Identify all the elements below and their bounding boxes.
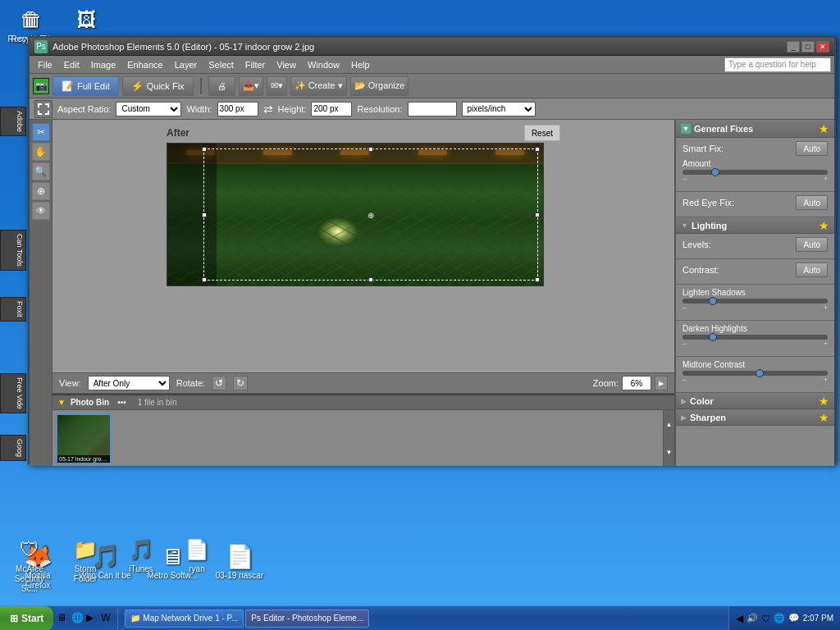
ps-menubar: File Edit Image Enhance Layer Select Fil… (30, 56, 834, 74)
sharpen-section-header[interactable]: ▶ Sharpen ★ (676, 409, 834, 426)
resolution-unit-select[interactable]: pixels/inch (462, 102, 536, 116)
aspect-ratio-select[interactable]: Custom (116, 102, 181, 116)
desktop-icon-2[interactable]: 🖼 (66, 3, 108, 38)
tool-select[interactable]: ⊕ (32, 182, 50, 200)
color-title: Color (690, 396, 714, 406)
swap-icon[interactable]: ⇄ (263, 103, 273, 116)
smart-fix-auto-button[interactable]: Auto (796, 141, 828, 156)
taskbar-icon-storm[interactable]: 📁 Storm Folder (61, 533, 110, 597)
resolution-input[interactable] (408, 102, 457, 116)
zoom-arrow-button[interactable]: ▶ (655, 376, 668, 390)
rotate-ccw-button[interactable]: ↺ (212, 376, 226, 390)
ask-placeholder: Type a question for help (728, 60, 816, 69)
email-button[interactable]: ✉▾ (267, 76, 287, 96)
menu-image[interactable]: Image (86, 58, 121, 71)
print-button[interactable]: 🖨 (208, 76, 235, 96)
zoom-area: Zoom: ▶ (593, 376, 668, 390)
levels-auto-button[interactable]: Auto (796, 237, 828, 252)
red-eye-fix-section: Red Eye Fix: Auto (676, 192, 834, 217)
crop-preview-btn[interactable] (34, 100, 52, 118)
goog-tab[interactable]: Goog (0, 435, 26, 461)
general-fixes-collapse[interactable]: ▼ (681, 124, 691, 134)
tray-icon-2[interactable]: 🛡 (761, 614, 770, 623)
minimize-button[interactable]: _ (787, 41, 800, 52)
ask-input[interactable]: Type a question for help (724, 57, 831, 72)
tray-arrow-icon[interactable]: ◀ (736, 613, 743, 624)
network-drive-icon: 📁 (130, 614, 140, 623)
desktop: 🗑 Recycle Bin 🗑 Recycle Bin 🖼 🖥 🌐 📋 (0, 0, 840, 630)
height-input[interactable] (311, 102, 352, 116)
tray-icon-3[interactable]: 🌐 (774, 613, 785, 623)
menu-filter[interactable]: Filter (240, 58, 270, 71)
maximize-button[interactable]: □ (801, 41, 815, 52)
tray-icon-1[interactable]: 🔊 (746, 613, 758, 623)
reset-button[interactable]: Reset (524, 125, 560, 141)
start-button[interactable]: ⊞ Start (0, 606, 53, 631)
thumbnail-item[interactable]: 05-17 indoor grow 2.jpg (56, 413, 112, 464)
red-eye-auto-button[interactable]: Auto (796, 195, 828, 210)
full-edit-button[interactable]: 📝 Full Edit (52, 76, 119, 96)
tool-hand[interactable]: ✋ (32, 143, 50, 161)
bin-scroll-up[interactable]: ▲ (664, 410, 674, 438)
smart-fix-slider-track[interactable] (682, 170, 828, 175)
ps-icon-camera[interactable]: 📷 (33, 78, 49, 94)
ps-canvas-image: ⊕ (167, 143, 544, 286)
taskbar-icon-itunes[interactable]: 🎵 iTunes (116, 533, 166, 597)
lighting-star: ★ (819, 219, 829, 232)
share-button[interactable]: 📤▾ (239, 76, 263, 96)
menu-help[interactable]: Help (346, 58, 375, 71)
tool-eye[interactable]: 👁 (32, 202, 50, 220)
zoom-input[interactable] (622, 376, 651, 390)
color-section-header[interactable]: ▶ Color ★ (676, 393, 834, 409)
menu-edit[interactable]: Edit (59, 58, 84, 71)
tray-icon-4[interactable]: 💬 (788, 613, 800, 623)
bin-scroll-down[interactable]: ▼ (664, 438, 674, 466)
taskbar-icon-mcafee[interactable]: 🛡 McAfee Security Sc... (5, 533, 54, 597)
tool-zoom[interactable]: 🔍 (32, 162, 50, 180)
darken-highlights-thumb[interactable] (709, 333, 717, 341)
sharpen-title: Sharpen (690, 413, 726, 422)
slider-min: – (682, 175, 687, 183)
create-button[interactable]: ✨ Create ▾ (290, 76, 347, 96)
ql-desktop-icon[interactable]: 🖥 (57, 612, 70, 625)
menu-select[interactable]: Select (203, 58, 239, 71)
general-fixes-star: ★ (819, 122, 829, 135)
adobe-tab[interactable]: Adobe (0, 107, 26, 136)
menu-window[interactable]: Window (303, 58, 345, 71)
tool-crop[interactable]: ✂ (32, 123, 50, 141)
lighten-shadows-track[interactable] (682, 299, 828, 304)
view-label: View: (59, 378, 81, 388)
ql-media-icon[interactable]: ▶ (86, 612, 99, 625)
taskbar-icon-ryan[interactable]: 📄 ryan (172, 533, 221, 597)
midtone-contrast-track[interactable] (682, 371, 828, 376)
foxit-tab[interactable]: Foxit (0, 297, 26, 322)
taskbar-btn-network[interactable]: 📁 Map Network Drive 1 - P... (125, 609, 244, 628)
ql-mce-icon[interactable]: W (101, 612, 114, 625)
menu-enhance[interactable]: Enhance (122, 58, 167, 71)
close-button[interactable]: ✕ (816, 41, 829, 52)
lighting-section-header[interactable]: ▼ Lighting ★ (676, 217, 834, 234)
ql-ie-icon[interactable]: 🌐 (71, 612, 84, 625)
midtone-contrast-thumb[interactable] (756, 369, 764, 377)
taskbar-btn-photoshop[interactable]: Ps Editor - Photoshop Eleme... (245, 609, 369, 628)
levels-section: Levels: Auto (676, 234, 834, 259)
free-video-tab[interactable]: Free Vide (0, 373, 26, 413)
width-input[interactable] (217, 102, 258, 116)
darken-highlights-track[interactable] (682, 335, 828, 340)
ps-canvas-section: After Reset (52, 120, 674, 466)
ps-body: ✂ ✋ 🔍 ⊕ 👁 After Reset (30, 120, 834, 466)
menu-file[interactable]: File (33, 58, 57, 71)
lighten-shadows-thumb[interactable] (709, 297, 717, 305)
photo-bin-toggle[interactable]: ▼ (57, 398, 66, 407)
can-tools-tab[interactable]: Can Tools (0, 230, 26, 271)
menu-view[interactable]: View (272, 58, 301, 71)
contrast-auto-button[interactable]: Auto (796, 262, 828, 277)
quick-fix-button[interactable]: ⚡ Quick Fix (122, 76, 194, 96)
view-select[interactable]: After Only (88, 376, 170, 390)
menu-layer[interactable]: Layer (170, 58, 203, 71)
lighten-shadows-label: Lighten Shadows (682, 288, 828, 297)
organize-button[interactable]: 📂 Organize (350, 76, 409, 96)
rotate-cw-button[interactable]: ↻ (233, 376, 248, 390)
taskbar-system-tray: ◀ 🔊 🛡 🌐 💬 2:07 PM (728, 606, 840, 631)
storm-icon: 📁 (72, 536, 98, 563)
